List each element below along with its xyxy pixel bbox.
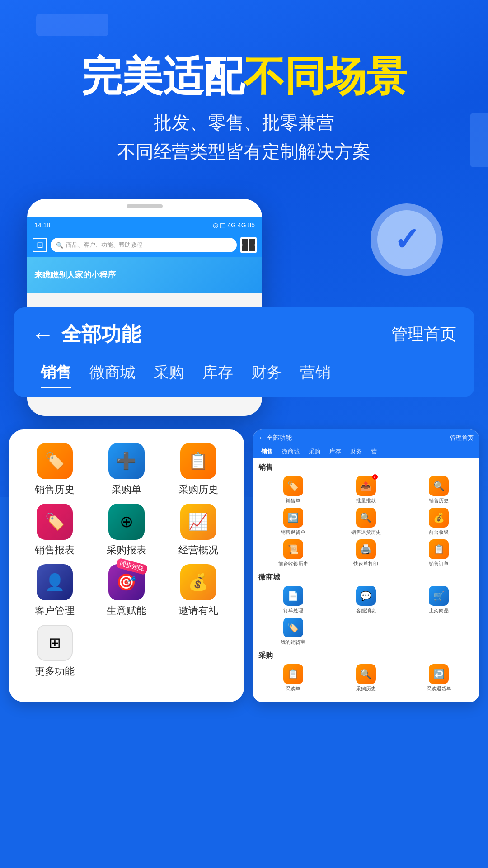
right-pur-hist-label: 采购历史: [356, 685, 376, 692]
right-customer-msg[interactable]: 💬 客服消息: [331, 586, 400, 614]
left-phone-content: 🏷️ 销售历史 ➕ 采购单 📋 采购历史 🏷️ 销售报表 ⊕: [9, 429, 244, 692]
right-tab-micro[interactable]: 微商城: [279, 446, 302, 458]
more-label: 更多功能: [35, 665, 75, 678]
right-tab-inventory[interactable]: 库存: [327, 446, 344, 458]
check-inner: ✓: [377, 210, 436, 269]
hero-title-white: 完美适配: [81, 54, 244, 99]
right-tab-finance[interactable]: 财务: [347, 446, 365, 458]
phone-search-input[interactable]: 🔍 商品、客户、功能、帮助教程: [51, 238, 237, 252]
feature-business-empower[interactable]: 🎯 同步矩阵 生意赋能: [94, 564, 159, 618]
hero-title-yellow: 不同场景: [244, 54, 407, 99]
panel-manage-btn[interactable]: 管理首页: [391, 323, 456, 345]
right-tab-marketing[interactable]: 营: [368, 446, 380, 458]
right-quick-print[interactable]: 🖨️ 快速单打印: [331, 539, 400, 567]
right-sales-order[interactable]: 🏷️ 销售单: [258, 476, 328, 504]
right-quick-print-icon: 🖨️: [356, 539, 376, 559]
right-sales-hist[interactable]: 🔍 销售历史: [404, 476, 474, 504]
panel-tabs: 销售 微商城 采购 库存 财务 营销: [32, 359, 456, 388]
search-placeholder: 商品、客户、功能、帮助教程: [66, 241, 142, 249]
right-return-hist[interactable]: 🔍 销售退货历史: [331, 508, 400, 536]
right-return-hist-label: 销售退货历史: [351, 529, 381, 536]
tab-purchase[interactable]: 采购: [145, 359, 193, 388]
business-overview-icon: 📈: [180, 504, 216, 540]
right-tab-sales[interactable]: 销售: [258, 446, 276, 458]
right-manage-btn[interactable]: 管理首页: [450, 434, 474, 442]
hero-section: 完美适配不同场景 批发、零售、批零兼营 不同经营类型皆有定制解决方案: [0, 54, 488, 166]
check-mark-icon: ✓: [394, 224, 420, 255]
panel-header: ← 全部功能 管理首页: [32, 321, 456, 348]
feature-sales-history[interactable]: 🏷️ 销售历史: [23, 443, 87, 496]
tab-finance[interactable]: 财务: [242, 359, 291, 388]
right-list-goods-label: 上架商品: [429, 607, 449, 614]
sales-history-icon: 🏷️: [37, 443, 73, 479]
right-my-store[interactable]: 🏷️ 我的销货宝: [258, 618, 328, 646]
feature-purchase-order[interactable]: ➕ 采购单: [94, 443, 159, 496]
right-sales-hist-label: 销售历史: [429, 497, 449, 504]
tab-micro-mall[interactable]: 微商城: [80, 359, 145, 388]
main-panel: ← 全部功能 管理首页 销售 微商城 采购 库存 财务 营销: [14, 307, 474, 397]
phone-banner: 来瞧瞧别人家的小程序: [27, 257, 262, 293]
feature-invite-gift[interactable]: 💰 邀请有礼: [166, 564, 230, 618]
right-phone: ← 全部功能 管理首页 销售 微商城 采购 库存 财务 营 销售 🏷️ 销售单: [253, 429, 479, 702]
right-back-btn[interactable]: ← 全部功能: [258, 434, 292, 442]
phone-status-bar: 14:18 ◎ ▥ 4G 4G 85: [27, 217, 262, 233]
banner-text: 来瞧瞧别人家的小程序: [34, 269, 116, 280]
right-order-process-label: 订单处理: [283, 607, 303, 614]
right-sales-hist-icon: 🔍: [429, 476, 449, 496]
right-cashier[interactable]: 💰 前台收银: [404, 508, 474, 536]
tab-inventory[interactable]: 库存: [193, 359, 242, 388]
right-cashier-label: 前台收银: [429, 529, 449, 536]
right-cashier-hist[interactable]: 📜 前台收银历史: [258, 539, 328, 567]
right-cashier-hist-label: 前台收银历史: [278, 561, 308, 567]
right-sales-title: 销售: [258, 463, 474, 472]
feature-purchase-history[interactable]: 📋 采购历史: [166, 443, 230, 496]
right-tab-purchase[interactable]: 采购: [306, 446, 323, 458]
left-phone: 🏷️ 销售历史 ➕ 采购单 📋 采购历史 🏷️ 销售报表 ⊕: [9, 429, 244, 702]
right-sales-sub-order-label: 销售订单: [429, 561, 449, 567]
check-circle: ✓: [371, 203, 443, 276]
tab-sales[interactable]: 销售: [32, 359, 80, 388]
right-batch-push[interactable]: 📤 ✗ 批量推款: [331, 476, 400, 504]
right-list-goods[interactable]: 🛒 上架商品: [404, 586, 474, 614]
right-my-store-label: 我的销货宝: [281, 639, 305, 646]
right-phone-content: 销售 🏷️ 销售单 📤 ✗ 批量推款 🔍 销售历史: [253, 458, 479, 702]
right-quick-print-label: 快速单打印: [353, 561, 378, 567]
hero-subtitle: 批发、零售、批零兼营 不同经营类型皆有定制解决方案: [27, 108, 461, 166]
tab-marketing[interactable]: 营销: [291, 359, 340, 388]
right-pur-hist[interactable]: 🔍 采购历史: [331, 664, 400, 692]
right-sales-return[interactable]: ↩️ 销售退货单: [258, 508, 328, 536]
right-pur-return-icon: ↩️: [429, 664, 449, 684]
feature-business-overview[interactable]: 📈 经营概况: [166, 504, 230, 557]
right-purchase-title: 采购: [258, 651, 474, 660]
business-overview-label: 经营概况: [178, 543, 218, 557]
feature-sales-report[interactable]: 🏷️ 销售报表: [23, 504, 87, 557]
qr-icon: [240, 237, 257, 253]
right-sales-sub-order[interactable]: 📋 销售订单: [404, 539, 474, 567]
bottom-area: 🏷️ 销售历史 ➕ 采购单 📋 采购历史 🏷️ 销售报表 ⊕: [0, 429, 488, 702]
right-sales-sub-order-icon: 📋: [429, 539, 449, 559]
right-pur-hist-icon: 🔍: [356, 664, 376, 684]
right-cashier-icon: 💰: [429, 508, 449, 528]
scan-icon: ⊡: [33, 238, 47, 252]
right-phone-header: ← 全部功能 管理首页 销售 微商城 采购 库存 财务 营: [253, 429, 479, 458]
right-pur-return-label: 采购退货单: [427, 685, 451, 692]
panel-back[interactable]: ← 全部功能: [32, 321, 141, 348]
more-icon: ⊞: [37, 625, 73, 661]
right-pur-return[interactable]: ↩️ 采购退货单: [404, 664, 474, 692]
new-badge: 同步矩阵: [116, 558, 148, 576]
right-return-hist-icon: 🔍: [356, 508, 376, 528]
right-customer-msg-icon: 💬: [356, 586, 376, 606]
business-empower-icon: 🎯 同步矩阵: [108, 564, 145, 600]
sales-history-label: 销售历史: [35, 483, 75, 496]
customer-manage-label: 客户管理: [35, 604, 75, 618]
feature-purchase-report[interactable]: ⊕ 采购报表: [94, 504, 159, 557]
right-order-process[interactable]: 📄 订单处理: [258, 586, 328, 614]
sales-report-icon: 🏷️: [37, 504, 73, 540]
right-sales-grid: 🏷️ 销售单 📤 ✗ 批量推款 🔍 销售历史 ↩️ 销售退货单: [258, 476, 474, 567]
feature-more[interactable]: ⊞ 更多功能: [23, 625, 87, 678]
right-micro-grid: 📄 订单处理 💬 客服消息 🛒 上架商品 🏷️ 我的销货宝: [258, 586, 474, 646]
purchase-order-icon: ➕: [108, 443, 145, 479]
right-pur-order[interactable]: 📋 采购单: [258, 664, 328, 692]
back-arrow-icon: ←: [32, 321, 54, 348]
feature-customer-manage[interactable]: 👤 客户管理: [23, 564, 87, 618]
